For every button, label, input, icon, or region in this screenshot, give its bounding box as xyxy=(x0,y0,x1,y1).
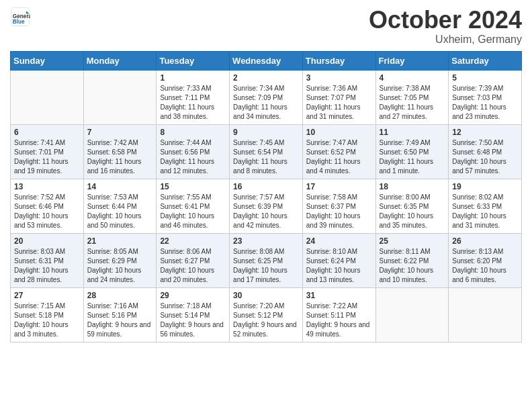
table-row: 8 Sunrise: 7:44 AMSunset: 6:56 PMDayligh… xyxy=(157,124,230,179)
day-info: Sunrise: 8:10 AMSunset: 6:24 PMDaylight:… xyxy=(306,248,361,283)
day-number: 8 xyxy=(160,128,226,137)
table-row: 15 Sunrise: 7:55 AMSunset: 6:41 PMDaylig… xyxy=(157,179,230,233)
table-row: 30 Sunrise: 7:20 AMSunset: 5:12 PMDaylig… xyxy=(230,287,303,342)
table-row: 2 Sunrise: 7:34 AMSunset: 7:09 PMDayligh… xyxy=(230,70,303,124)
month-title: October 2024 xyxy=(369,7,522,34)
day-info: Sunrise: 7:44 AMSunset: 6:56 PMDaylight:… xyxy=(160,139,214,175)
day-info: Sunrise: 8:06 AMSunset: 6:27 PMDaylight:… xyxy=(160,248,214,283)
location-subtitle: Uxheim, Germany xyxy=(369,34,522,46)
day-info: Sunrise: 7:49 AMSunset: 6:50 PMDaylight:… xyxy=(380,139,434,175)
day-info: Sunrise: 7:45 AMSunset: 6:54 PMDaylight:… xyxy=(233,139,287,175)
day-info: Sunrise: 8:11 AMSunset: 6:22 PMDaylight:… xyxy=(380,248,434,283)
col-sunday: Sunday xyxy=(11,51,84,70)
calendar-week-row: 20 Sunrise: 8:03 AMSunset: 6:31 PMDaylig… xyxy=(11,233,522,287)
table-row: 1 Sunrise: 7:33 AMSunset: 7:11 PMDayligh… xyxy=(157,70,230,124)
day-number: 7 xyxy=(87,128,153,137)
table-row: 10 Sunrise: 7:47 AMSunset: 6:52 PMDaylig… xyxy=(302,124,375,179)
day-number: 20 xyxy=(14,236,80,246)
table-row: 22 Sunrise: 8:06 AMSunset: 6:27 PMDaylig… xyxy=(157,233,230,287)
logo-icon: General Blue xyxy=(10,7,30,27)
col-saturday: Saturday xyxy=(449,51,522,70)
col-monday: Monday xyxy=(83,51,157,70)
day-info: Sunrise: 7:38 AMSunset: 7:05 PMDaylight:… xyxy=(380,85,434,120)
title-block: October 2024 Uxheim, Germany xyxy=(369,7,522,46)
day-number: 13 xyxy=(14,182,80,191)
table-row: 7 Sunrise: 7:42 AMSunset: 6:58 PMDayligh… xyxy=(83,124,157,179)
table-row: 19 Sunrise: 8:02 AMSunset: 6:33 PMDaylig… xyxy=(449,179,522,233)
table-row: 16 Sunrise: 7:57 AMSunset: 6:39 PMDaylig… xyxy=(230,179,303,233)
table-row: 5 Sunrise: 7:39 AMSunset: 7:03 PMDayligh… xyxy=(449,70,522,124)
day-number: 10 xyxy=(306,128,372,137)
day-info: Sunrise: 7:39 AMSunset: 7:03 PMDaylight:… xyxy=(452,85,506,120)
day-number: 6 xyxy=(14,128,80,137)
calendar-week-row: 6 Sunrise: 7:41 AMSunset: 7:01 PMDayligh… xyxy=(11,124,522,179)
day-info: Sunrise: 8:05 AMSunset: 6:29 PMDaylight:… xyxy=(87,248,142,283)
table-row: 6 Sunrise: 7:41 AMSunset: 7:01 PMDayligh… xyxy=(11,124,84,179)
day-info: Sunrise: 7:50 AMSunset: 6:48 PMDaylight:… xyxy=(452,139,506,175)
table-row: 21 Sunrise: 8:05 AMSunset: 6:29 PMDaylig… xyxy=(83,233,157,287)
calendar-week-row: 13 Sunrise: 7:52 AMSunset: 6:46 PMDaylig… xyxy=(11,179,522,233)
day-number: 14 xyxy=(87,182,153,191)
day-info: Sunrise: 7:22 AMSunset: 5:11 PMDaylight:… xyxy=(306,302,370,338)
day-info: Sunrise: 8:13 AMSunset: 6:20 PMDaylight:… xyxy=(452,248,506,283)
day-number: 3 xyxy=(306,73,372,83)
day-info: Sunrise: 7:41 AMSunset: 7:01 PMDaylight:… xyxy=(14,139,69,175)
day-number: 16 xyxy=(233,182,299,191)
calendar-week-row: 1 Sunrise: 7:33 AMSunset: 7:11 PMDayligh… xyxy=(11,70,522,124)
day-info: Sunrise: 7:34 AMSunset: 7:09 PMDaylight:… xyxy=(233,85,287,120)
col-wednesday: Wednesday xyxy=(230,51,303,70)
svg-text:Blue: Blue xyxy=(13,19,25,25)
day-info: Sunrise: 8:03 AMSunset: 6:31 PMDaylight:… xyxy=(14,248,69,283)
day-number: 19 xyxy=(452,182,518,191)
day-number: 17 xyxy=(306,182,372,191)
table-row: 3 Sunrise: 7:36 AMSunset: 7:07 PMDayligh… xyxy=(302,70,375,124)
day-info: Sunrise: 7:36 AMSunset: 7:07 PMDaylight:… xyxy=(306,85,361,120)
page: General Blue October 2024 Uxheim, German… xyxy=(0,0,532,353)
col-friday: Friday xyxy=(375,51,449,70)
day-number: 22 xyxy=(160,236,226,246)
day-number: 15 xyxy=(160,182,226,191)
day-info: Sunrise: 7:20 AMSunset: 5:12 PMDaylight:… xyxy=(233,302,297,338)
day-info: Sunrise: 7:47 AMSunset: 6:52 PMDaylight:… xyxy=(306,139,361,175)
table-row xyxy=(11,70,84,124)
day-number: 12 xyxy=(452,128,518,137)
day-info: Sunrise: 8:08 AMSunset: 6:25 PMDaylight:… xyxy=(233,248,287,283)
day-info: Sunrise: 7:42 AMSunset: 6:58 PMDaylight:… xyxy=(87,139,142,175)
table-row: 4 Sunrise: 7:38 AMSunset: 7:05 PMDayligh… xyxy=(375,70,449,124)
day-number: 18 xyxy=(380,182,445,191)
day-number: 4 xyxy=(380,73,445,83)
table-row: 25 Sunrise: 8:11 AMSunset: 6:22 PMDaylig… xyxy=(375,233,449,287)
day-number: 2 xyxy=(233,73,299,83)
day-info: Sunrise: 7:18 AMSunset: 5:14 PMDaylight:… xyxy=(160,302,224,338)
col-thursday: Thursday xyxy=(302,51,375,70)
day-number: 24 xyxy=(306,236,372,246)
calendar-week-row: 27 Sunrise: 7:15 AMSunset: 5:18 PMDaylig… xyxy=(11,287,522,342)
header: General Blue October 2024 Uxheim, German… xyxy=(10,7,522,46)
table-row: 26 Sunrise: 8:13 AMSunset: 6:20 PMDaylig… xyxy=(449,233,522,287)
day-number: 27 xyxy=(14,291,80,300)
day-info: Sunrise: 7:53 AMSunset: 6:44 PMDaylight:… xyxy=(87,193,142,229)
day-number: 26 xyxy=(452,236,518,246)
table-row xyxy=(449,287,522,342)
day-info: Sunrise: 7:16 AMSunset: 5:16 PMDaylight:… xyxy=(87,302,151,338)
table-row: 14 Sunrise: 7:53 AMSunset: 6:44 PMDaylig… xyxy=(83,179,157,233)
day-info: Sunrise: 8:02 AMSunset: 6:33 PMDaylight:… xyxy=(452,193,506,229)
day-info: Sunrise: 7:57 AMSunset: 6:39 PMDaylight:… xyxy=(233,193,287,229)
table-row: 23 Sunrise: 8:08 AMSunset: 6:25 PMDaylig… xyxy=(230,233,303,287)
table-row: 11 Sunrise: 7:49 AMSunset: 6:50 PMDaylig… xyxy=(375,124,449,179)
table-row: 9 Sunrise: 7:45 AMSunset: 6:54 PMDayligh… xyxy=(230,124,303,179)
table-row: 29 Sunrise: 7:18 AMSunset: 5:14 PMDaylig… xyxy=(157,287,230,342)
day-number: 28 xyxy=(87,291,153,300)
day-number: 5 xyxy=(452,73,518,83)
day-info: Sunrise: 7:55 AMSunset: 6:41 PMDaylight:… xyxy=(160,193,214,229)
table-row: 20 Sunrise: 8:03 AMSunset: 6:31 PMDaylig… xyxy=(11,233,84,287)
logo: General Blue xyxy=(10,7,32,27)
table-row: 13 Sunrise: 7:52 AMSunset: 6:46 PMDaylig… xyxy=(11,179,84,233)
day-number: 29 xyxy=(160,291,226,300)
table-row: 24 Sunrise: 8:10 AMSunset: 6:24 PMDaylig… xyxy=(302,233,375,287)
day-number: 25 xyxy=(380,236,445,246)
calendar-header-row: Sunday Monday Tuesday Wednesday Thursday… xyxy=(11,51,522,70)
table-row: 12 Sunrise: 7:50 AMSunset: 6:48 PMDaylig… xyxy=(449,124,522,179)
table-row: 31 Sunrise: 7:22 AMSunset: 5:11 PMDaylig… xyxy=(302,287,375,342)
table-row: 17 Sunrise: 7:58 AMSunset: 6:37 PMDaylig… xyxy=(302,179,375,233)
